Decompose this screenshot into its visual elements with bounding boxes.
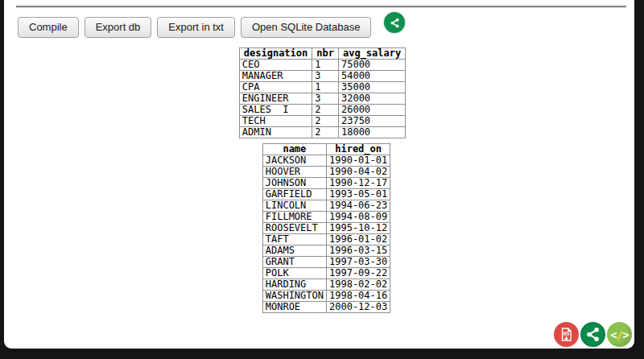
export-txt-button[interactable]: Export in txt [157, 17, 235, 38]
content-panel: Compile Export db Export in txt Open SQL… [4, 0, 634, 349]
table-cell: 3 [312, 93, 339, 105]
table-cell: CEO [239, 60, 312, 71]
table-cell: 1994-06-23 [327, 200, 390, 212]
column-header: designation [239, 48, 312, 60]
table-cell: 1996-01-02 [327, 234, 390, 246]
table-cell: 1998-04-16 [327, 291, 390, 302]
table-cell: 2000-12-03 [327, 302, 390, 313]
table-cell: 1 [312, 60, 339, 71]
open-sqlite-database-button[interactable]: Open SQLite Database [241, 17, 371, 38]
floating-action-buttons: PDF </> [554, 322, 632, 347]
table-cell: 26000 [338, 105, 405, 116]
table-row: POLK1997-09-22 [262, 268, 390, 279]
table-cell: ADMIN [239, 127, 312, 138]
svg-text:PDF: PDF [564, 332, 569, 336]
table-cell: JACKSON [262, 155, 326, 167]
share-icon [389, 17, 401, 29]
table-cell: GARFIELD [262, 189, 326, 200]
table-row: ROOSEVELT1995-10-12 [262, 223, 390, 234]
table-cell: 1993-05-01 [327, 189, 390, 200]
table-row: HARDING1998-02-02 [262, 279, 390, 291]
table-cell: ROOSEVELT [262, 223, 326, 234]
table-cell: TAFT [262, 234, 326, 246]
table-cell: POLK [262, 268, 326, 279]
table-cell: CPA [239, 82, 312, 93]
table-cell: 3 [312, 71, 339, 82]
table-cell: 1996-03-15 [327, 246, 390, 257]
share-button[interactable] [580, 322, 605, 347]
table-cell: MANAGER [239, 71, 312, 82]
table-cell: HARDING [262, 279, 326, 291]
table-cell: MONROE [262, 302, 326, 313]
table-row: ADMIN218000 [239, 127, 405, 138]
table-cell: 2 [312, 116, 339, 127]
table-cell: 2 [312, 127, 339, 138]
table-row: LINCOLN1994-06-23 [262, 200, 390, 212]
table-cell: LINCOLN [262, 200, 326, 212]
table-cell: HOOVER [262, 167, 326, 178]
compile-button[interactable]: Compile [18, 17, 79, 38]
table-cell: GRANT [262, 257, 326, 268]
table-cell: 1994-08-09 [327, 212, 390, 223]
results-area: designationnbravg_salaryCEO175000MANAGER… [4, 38, 634, 313]
table-row: TAFT1996-01-02 [262, 234, 390, 246]
table-cell: 54000 [338, 71, 405, 82]
employees-hired-table: namehired_onJACKSON1990-01-01HOOVER1990-… [262, 143, 391, 313]
table-cell: 18000 [338, 127, 405, 138]
pdf-download-icon: PDF [558, 326, 575, 343]
horizontal-divider [16, 6, 626, 8]
column-header: name [262, 144, 326, 155]
export-db-button[interactable]: Export db [85, 17, 152, 38]
table-row: HOOVER1990-04-02 [262, 167, 390, 178]
table-row: CEO175000 [239, 60, 405, 71]
table-cell: SALES I [239, 105, 312, 116]
share-button[interactable] [384, 12, 405, 33]
table-cell: 1998-02-02 [327, 279, 390, 291]
table-cell: 1997-03-30 [327, 257, 390, 268]
designation-summary-table: designationnbravg_salaryCEO175000MANAGER… [239, 47, 406, 138]
pdf-export-button[interactable]: PDF [554, 322, 579, 347]
table-cell: ENGINEER [239, 93, 312, 105]
table-cell: JOHNSON [262, 178, 326, 189]
column-header: avg_salary [338, 48, 405, 60]
share-icon [580, 322, 605, 347]
app-window: Compile Export db Export in txt Open SQL… [0, 0, 644, 359]
table-cell: 2 [312, 105, 339, 116]
table-cell: FILLMORE [262, 212, 326, 223]
table-row: GRANT1997-03-30 [262, 257, 390, 268]
table-row: MANAGER354000 [239, 71, 405, 82]
table-row: MONROE2000-12-03 [262, 302, 390, 313]
table-row: SALES I226000 [239, 105, 405, 116]
table-cell: 1 [312, 82, 339, 93]
table-row: GARFIELD1993-05-01 [262, 189, 390, 200]
table-cell: TECH [239, 116, 312, 127]
column-header: nbr [312, 48, 339, 60]
table-cell: 1990-04-02 [327, 167, 390, 178]
table-cell: 1997-09-22 [327, 268, 390, 279]
toolbar: Compile Export db Export in txt Open SQL… [18, 17, 634, 38]
table-row: ENGINEER332000 [239, 93, 405, 105]
table-row: ADAMS1996-03-15 [262, 246, 390, 257]
table-cell: 32000 [338, 93, 405, 105]
code-icon: </> [610, 328, 628, 341]
table-row: TECH223750 [239, 116, 405, 127]
table-row: JOHNSON1990-12-17 [262, 178, 390, 189]
table-row: WASHINGTON1998-04-16 [262, 291, 390, 302]
view-code-button[interactable]: </> [607, 322, 632, 347]
table-row: JACKSON1990-01-01 [262, 155, 390, 167]
table-cell: 23750 [338, 116, 405, 127]
table-cell: 1995-10-12 [327, 223, 390, 234]
table-cell: 75000 [338, 60, 405, 71]
table-cell: 1990-12-17 [327, 178, 390, 189]
table-cell: 35000 [338, 82, 405, 93]
table-cell: ADAMS [262, 246, 326, 257]
table-cell: WASHINGTON [262, 291, 326, 302]
table-row: FILLMORE1994-08-09 [262, 212, 390, 223]
column-header: hired_on [327, 144, 390, 155]
table-cell: 1990-01-01 [327, 155, 390, 167]
table-row: CPA135000 [239, 82, 405, 93]
